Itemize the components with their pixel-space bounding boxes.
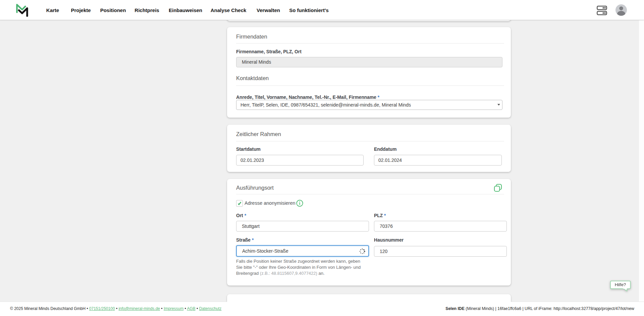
svg-text:Hilfe?: Hilfe?	[615, 282, 626, 287]
